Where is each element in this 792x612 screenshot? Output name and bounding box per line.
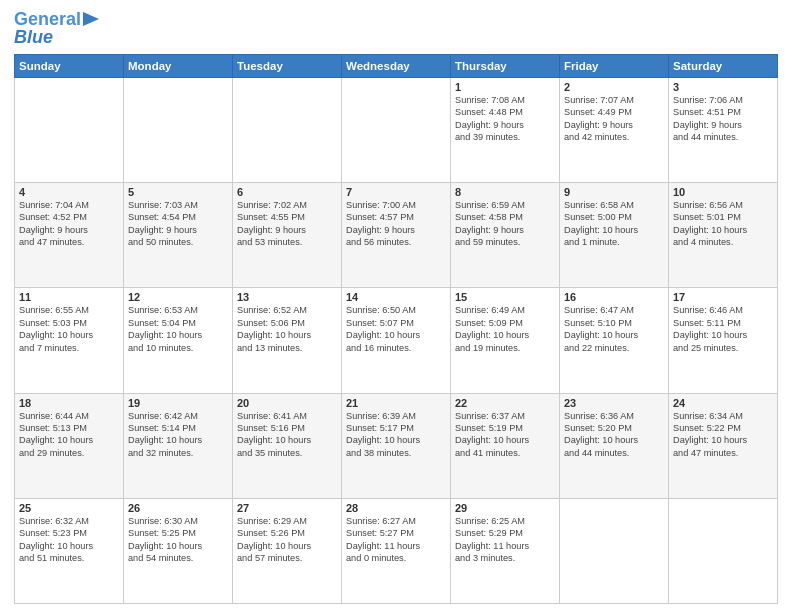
week-row-1: 4Sunrise: 7:04 AMSunset: 4:52 PMDaylight… bbox=[15, 183, 778, 288]
day-info: Sunrise: 6:29 AMSunset: 5:26 PMDaylight:… bbox=[237, 515, 337, 565]
calendar-cell: 9Sunrise: 6:58 AMSunset: 5:00 PMDaylight… bbox=[560, 183, 669, 288]
day-info: Sunrise: 6:44 AMSunset: 5:13 PMDaylight:… bbox=[19, 410, 119, 460]
page: General Blue SundayMondayTuesdayWednesda… bbox=[0, 0, 792, 612]
calendar-cell bbox=[669, 498, 778, 603]
day-header-sunday: Sunday bbox=[15, 54, 124, 77]
day-number: 12 bbox=[128, 291, 228, 303]
day-info: Sunrise: 6:59 AMSunset: 4:58 PMDaylight:… bbox=[455, 199, 555, 249]
day-number: 21 bbox=[346, 397, 446, 409]
header: General Blue bbox=[14, 10, 778, 48]
logo-blue: Blue bbox=[14, 28, 53, 48]
calendar-cell: 18Sunrise: 6:44 AMSunset: 5:13 PMDayligh… bbox=[15, 393, 124, 498]
calendar-cell: 12Sunrise: 6:53 AMSunset: 5:04 PMDayligh… bbox=[124, 288, 233, 393]
day-header-monday: Monday bbox=[124, 54, 233, 77]
day-info: Sunrise: 6:46 AMSunset: 5:11 PMDaylight:… bbox=[673, 304, 773, 354]
day-number: 20 bbox=[237, 397, 337, 409]
calendar-header: SundayMondayTuesdayWednesdayThursdayFrid… bbox=[15, 54, 778, 77]
calendar-cell: 28Sunrise: 6:27 AMSunset: 5:27 PMDayligh… bbox=[342, 498, 451, 603]
day-number: 27 bbox=[237, 502, 337, 514]
calendar-cell bbox=[124, 77, 233, 182]
calendar-body: 1Sunrise: 7:08 AMSunset: 4:48 PMDaylight… bbox=[15, 77, 778, 603]
day-info: Sunrise: 6:53 AMSunset: 5:04 PMDaylight:… bbox=[128, 304, 228, 354]
day-number: 17 bbox=[673, 291, 773, 303]
calendar-cell: 29Sunrise: 6:25 AMSunset: 5:29 PMDayligh… bbox=[451, 498, 560, 603]
logo: General Blue bbox=[14, 10, 105, 48]
day-number: 26 bbox=[128, 502, 228, 514]
day-number: 23 bbox=[564, 397, 664, 409]
day-info: Sunrise: 6:36 AMSunset: 5:20 PMDaylight:… bbox=[564, 410, 664, 460]
day-info: Sunrise: 6:52 AMSunset: 5:06 PMDaylight:… bbox=[237, 304, 337, 354]
calendar-cell: 5Sunrise: 7:03 AMSunset: 4:54 PMDaylight… bbox=[124, 183, 233, 288]
calendar-cell: 4Sunrise: 7:04 AMSunset: 4:52 PMDaylight… bbox=[15, 183, 124, 288]
day-info: Sunrise: 7:04 AMSunset: 4:52 PMDaylight:… bbox=[19, 199, 119, 249]
day-info: Sunrise: 6:50 AMSunset: 5:07 PMDaylight:… bbox=[346, 304, 446, 354]
day-number: 9 bbox=[564, 186, 664, 198]
calendar-cell bbox=[560, 498, 669, 603]
calendar-cell: 1Sunrise: 7:08 AMSunset: 4:48 PMDaylight… bbox=[451, 77, 560, 182]
day-info: Sunrise: 7:06 AMSunset: 4:51 PMDaylight:… bbox=[673, 94, 773, 144]
header-row: SundayMondayTuesdayWednesdayThursdayFrid… bbox=[15, 54, 778, 77]
day-info: Sunrise: 6:27 AMSunset: 5:27 PMDaylight:… bbox=[346, 515, 446, 565]
day-info: Sunrise: 6:30 AMSunset: 5:25 PMDaylight:… bbox=[128, 515, 228, 565]
day-info: Sunrise: 6:49 AMSunset: 5:09 PMDaylight:… bbox=[455, 304, 555, 354]
calendar-cell: 6Sunrise: 7:02 AMSunset: 4:55 PMDaylight… bbox=[233, 183, 342, 288]
day-info: Sunrise: 6:58 AMSunset: 5:00 PMDaylight:… bbox=[564, 199, 664, 249]
day-number: 19 bbox=[128, 397, 228, 409]
day-header-saturday: Saturday bbox=[669, 54, 778, 77]
day-info: Sunrise: 7:00 AMSunset: 4:57 PMDaylight:… bbox=[346, 199, 446, 249]
day-info: Sunrise: 7:02 AMSunset: 4:55 PMDaylight:… bbox=[237, 199, 337, 249]
calendar-cell: 11Sunrise: 6:55 AMSunset: 5:03 PMDayligh… bbox=[15, 288, 124, 393]
day-number: 24 bbox=[673, 397, 773, 409]
day-info: Sunrise: 7:07 AMSunset: 4:49 PMDaylight:… bbox=[564, 94, 664, 144]
day-number: 22 bbox=[455, 397, 555, 409]
day-number: 25 bbox=[19, 502, 119, 514]
calendar-cell: 17Sunrise: 6:46 AMSunset: 5:11 PMDayligh… bbox=[669, 288, 778, 393]
week-row-4: 25Sunrise: 6:32 AMSunset: 5:23 PMDayligh… bbox=[15, 498, 778, 603]
day-info: Sunrise: 6:55 AMSunset: 5:03 PMDaylight:… bbox=[19, 304, 119, 354]
calendar-cell: 13Sunrise: 6:52 AMSunset: 5:06 PMDayligh… bbox=[233, 288, 342, 393]
calendar-cell: 10Sunrise: 6:56 AMSunset: 5:01 PMDayligh… bbox=[669, 183, 778, 288]
calendar-cell: 26Sunrise: 6:30 AMSunset: 5:25 PMDayligh… bbox=[124, 498, 233, 603]
calendar-cell: 27Sunrise: 6:29 AMSunset: 5:26 PMDayligh… bbox=[233, 498, 342, 603]
calendar-cell bbox=[342, 77, 451, 182]
day-info: Sunrise: 6:42 AMSunset: 5:14 PMDaylight:… bbox=[128, 410, 228, 460]
day-header-tuesday: Tuesday bbox=[233, 54, 342, 77]
calendar-cell: 20Sunrise: 6:41 AMSunset: 5:16 PMDayligh… bbox=[233, 393, 342, 498]
day-number: 10 bbox=[673, 186, 773, 198]
calendar-cell: 24Sunrise: 6:34 AMSunset: 5:22 PMDayligh… bbox=[669, 393, 778, 498]
day-info: Sunrise: 6:37 AMSunset: 5:19 PMDaylight:… bbox=[455, 410, 555, 460]
day-header-thursday: Thursday bbox=[451, 54, 560, 77]
day-info: Sunrise: 6:32 AMSunset: 5:23 PMDaylight:… bbox=[19, 515, 119, 565]
day-number: 3 bbox=[673, 81, 773, 93]
calendar-cell: 8Sunrise: 6:59 AMSunset: 4:58 PMDaylight… bbox=[451, 183, 560, 288]
svg-marker-0 bbox=[83, 12, 99, 26]
day-info: Sunrise: 6:25 AMSunset: 5:29 PMDaylight:… bbox=[455, 515, 555, 565]
day-number: 28 bbox=[346, 502, 446, 514]
calendar-cell: 14Sunrise: 6:50 AMSunset: 5:07 PMDayligh… bbox=[342, 288, 451, 393]
day-info: Sunrise: 7:03 AMSunset: 4:54 PMDaylight:… bbox=[128, 199, 228, 249]
calendar-table: SundayMondayTuesdayWednesdayThursdayFrid… bbox=[14, 54, 778, 604]
day-number: 29 bbox=[455, 502, 555, 514]
calendar-cell: 22Sunrise: 6:37 AMSunset: 5:19 PMDayligh… bbox=[451, 393, 560, 498]
calendar-cell: 23Sunrise: 6:36 AMSunset: 5:20 PMDayligh… bbox=[560, 393, 669, 498]
week-row-3: 18Sunrise: 6:44 AMSunset: 5:13 PMDayligh… bbox=[15, 393, 778, 498]
day-number: 13 bbox=[237, 291, 337, 303]
day-number: 2 bbox=[564, 81, 664, 93]
day-header-wednesday: Wednesday bbox=[342, 54, 451, 77]
calendar-cell bbox=[15, 77, 124, 182]
day-number: 11 bbox=[19, 291, 119, 303]
day-info: Sunrise: 7:08 AMSunset: 4:48 PMDaylight:… bbox=[455, 94, 555, 144]
day-number: 1 bbox=[455, 81, 555, 93]
calendar-cell: 25Sunrise: 6:32 AMSunset: 5:23 PMDayligh… bbox=[15, 498, 124, 603]
calendar-cell bbox=[233, 77, 342, 182]
calendar-cell: 15Sunrise: 6:49 AMSunset: 5:09 PMDayligh… bbox=[451, 288, 560, 393]
calendar-cell: 3Sunrise: 7:06 AMSunset: 4:51 PMDaylight… bbox=[669, 77, 778, 182]
day-number: 6 bbox=[237, 186, 337, 198]
day-number: 8 bbox=[455, 186, 555, 198]
calendar-cell: 7Sunrise: 7:00 AMSunset: 4:57 PMDaylight… bbox=[342, 183, 451, 288]
calendar-cell: 21Sunrise: 6:39 AMSunset: 5:17 PMDayligh… bbox=[342, 393, 451, 498]
logo-arrow-icon bbox=[83, 8, 105, 30]
day-number: 15 bbox=[455, 291, 555, 303]
day-info: Sunrise: 6:39 AMSunset: 5:17 PMDaylight:… bbox=[346, 410, 446, 460]
day-number: 5 bbox=[128, 186, 228, 198]
